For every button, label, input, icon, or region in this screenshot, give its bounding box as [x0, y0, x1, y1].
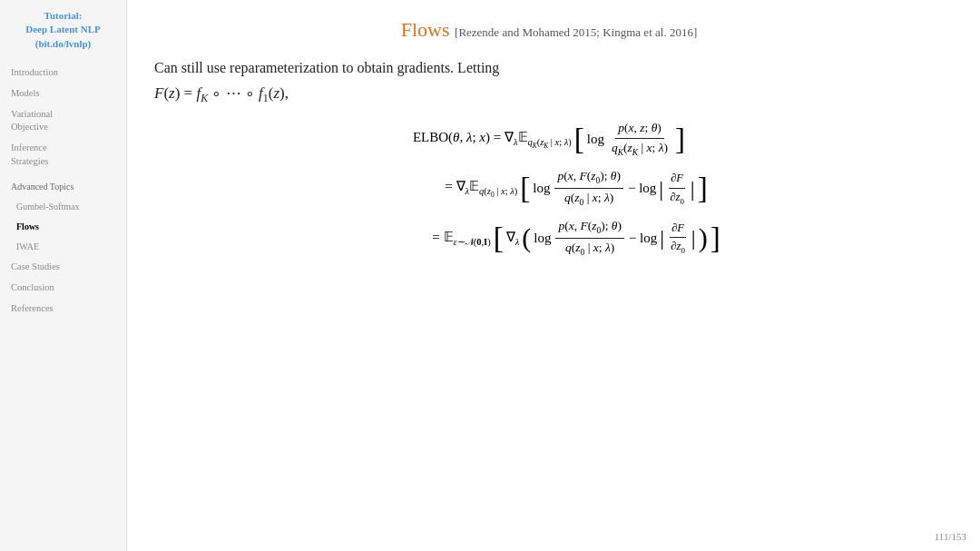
sidebar-item-references[interactable]: References: [7, 300, 119, 319]
sidebar-item-case-studies[interactable]: Case Studies: [7, 258, 119, 277]
slide-title: Flows [Rezende and Mohamed 2015; Kingma …: [154, 18, 944, 42]
sidebar-item-gumbel-softmax[interactable]: Gumbel-Softmax: [7, 198, 119, 216]
sidebar-item-inference[interactable]: InferenceStrategies: [7, 139, 119, 171]
fz-equation: F(z) = fK ∘ ⋯ ∘ f1(z),: [154, 84, 944, 105]
page-number: 111/153: [935, 531, 966, 542]
intro-text: Can still use reparameterization to obta…: [154, 60, 944, 76]
elbo-line1: ELBO(θ, λ; x) = ∇λ𝔼qK(zK | x; λ) [ log p…: [154, 120, 944, 159]
elbo-line3: = 𝔼ε∼𝒩(0,I) [ ∇λ ( log p(x, F(z0); θ) q(…: [154, 218, 944, 259]
sidebar-item-iwae[interactable]: IWAE: [7, 238, 119, 256]
sidebar-item-models[interactable]: Models: [7, 84, 119, 103]
sidebar-item-conclusion[interactable]: Conclusion: [7, 279, 119, 298]
main-content: Flows [Rezende and Mohamed 2015; Kingma …: [127, 0, 980, 551]
sidebar-item-introduction[interactable]: Introduction: [7, 64, 119, 83]
sidebar-item-advanced-topics[interactable]: Advanced Topics: [7, 178, 119, 196]
elbo-line2: = ∇λ𝔼q(z0 | x; λ) [ log p(x, F(z0); θ) q…: [154, 168, 944, 209]
sidebar: Tutorial: Deep Latent NLP (bit.do/lvnlp)…: [0, 0, 127, 551]
sidebar-item-variational[interactable]: VariationalObjective: [7, 105, 119, 137]
sidebar-item-flows[interactable]: Flows: [7, 218, 119, 236]
sidebar-title: Tutorial: Deep Latent NLP (bit.do/lvnlp): [7, 9, 119, 51]
